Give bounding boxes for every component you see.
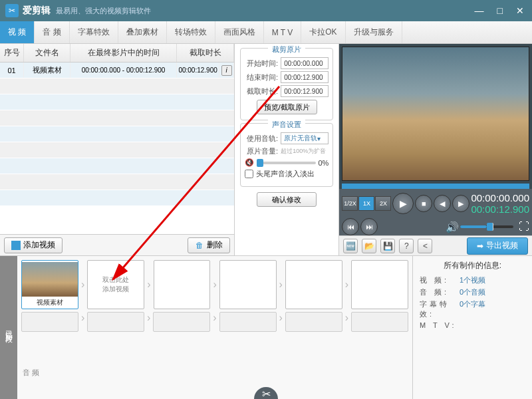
timeline-area: 已添加片段 视频素材 › 双击此处 添加视频 › › › › › › (0, 255, 532, 399)
stop-button[interactable]: ■ (415, 195, 432, 212)
tab-overlay[interactable]: 叠加素材 (118, 21, 167, 43)
info-header: 所有制作的信息: (420, 260, 525, 271)
duration-display: 00:00:12.900 (281, 85, 329, 97)
volume-down-icon: 🔇 (245, 158, 254, 167)
chevron-right-icon: › (279, 312, 283, 332)
tab-subtitle[interactable]: 字幕特效 (70, 21, 118, 43)
chevron-right-icon: › (213, 279, 216, 291)
table-row (0, 110, 234, 126)
save-icon[interactable]: 💾 (380, 239, 395, 253)
video-preview[interactable] (342, 47, 529, 181)
clip-list-panel: 序号 文件名 在最终影片中的时间 截取时长 01 视频素材 00:00:00.0… (0, 44, 235, 255)
project-info-panel: 所有制作的信息: 视 频:1个视频 音 频:0个音频 字幕特效:0个字幕 M T… (412, 256, 532, 399)
timeline-empty-slot[interactable] (285, 260, 342, 309)
col-index: 序号 (0, 44, 24, 62)
tab-audio[interactable]: 音 频 (35, 21, 69, 43)
col-timerange: 在最终影片中的时间 (70, 44, 177, 62)
info-icon[interactable]: i (221, 65, 232, 76)
maximize-button[interactable]: □ (495, 5, 505, 16)
tab-transition[interactable]: 转场特效 (167, 21, 215, 43)
chevron-right-icon: › (213, 312, 216, 332)
tab-style[interactable]: 画面风格 (215, 21, 264, 43)
app-title: 爱剪辑 (23, 5, 51, 17)
play-controls: 1/2X 1X 2X ▶ ■ ◀ ▶ 00:00:00.000 00:00:12… (339, 189, 532, 218)
timeline-side-label: 已添加片段 (0, 256, 17, 399)
help-icon[interactable]: ? (399, 239, 414, 253)
preview-panel: 1/2X 1X 2X ▶ ■ ◀ ▶ 00:00:00.000 00:00:12… (339, 44, 532, 255)
table-row[interactable]: 01 视频素材 00:00:00.000 - 00:00:12.900 00:0… (0, 63, 234, 78)
skip-back-button[interactable]: ⏮ (342, 218, 359, 235)
main-tabs: 视 频 音 频 字幕特效 叠加素材 转场特效 画面风格 M T V 卡拉OK 升… (0, 21, 532, 44)
skip-fwd-button[interactable]: ⏭ (360, 218, 378, 235)
trim-fieldset: 裁剪原片 开始时间:00:00:00.000 结束时间:00:00:12.900… (240, 48, 333, 120)
audio-slot[interactable] (219, 312, 277, 332)
chevron-right-icon: › (345, 312, 348, 332)
share-icon[interactable]: < (418, 239, 432, 253)
audio-slot[interactable] (351, 312, 408, 332)
film-icon (11, 241, 21, 250)
new-icon[interactable]: 🆕 (343, 239, 358, 253)
chevron-right-icon: › (345, 279, 348, 291)
chevron-right-icon: › (147, 312, 150, 332)
speed-2x-button[interactable]: 2X (375, 196, 391, 211)
clip-table-header: 序号 文件名 在最终影片中的时间 截取时长 (0, 44, 234, 63)
prev-frame-button[interactable]: ◀ (434, 195, 451, 212)
col-filename: 文件名 (24, 44, 70, 62)
table-row (0, 94, 234, 110)
confirm-button[interactable]: 确认修改 (257, 192, 317, 207)
app-subtitle: 最易用、强大的视频剪辑软件 (56, 6, 151, 16)
speed-half-button[interactable]: 1/2X (342, 196, 358, 211)
table-row (0, 78, 234, 94)
open-icon[interactable]: 📂 (362, 239, 376, 253)
add-video-button[interactable]: 添加视频 (4, 237, 63, 253)
timeline-empty-slot[interactable] (154, 260, 211, 309)
timeline-empty-slot[interactable] (219, 260, 277, 309)
chevron-right-icon: › (147, 279, 150, 291)
play-button[interactable]: ▶ (392, 193, 414, 214)
start-time-input[interactable]: 00:00:00.000 (281, 57, 329, 69)
chevron-right-icon: › (81, 279, 84, 291)
settings-panel: 裁剪原片 开始时间:00:00:00.000 结束时间:00:00:12.900… (235, 44, 339, 255)
table-row (0, 126, 234, 142)
tab-video[interactable]: 视 频 (0, 21, 35, 43)
end-time-input[interactable]: 00:00:12.900 (281, 71, 329, 83)
volume-slider[interactable] (257, 162, 315, 164)
trash-icon: 🗑 (195, 241, 204, 250)
chevron-right-icon: › (81, 312, 84, 332)
table-row (0, 142, 234, 158)
export-video-button[interactable]: ➡导出视频 (467, 237, 528, 255)
audio-slot[interactable] (87, 312, 144, 332)
audio-track-select[interactable]: 原片无音轨 ▾ (281, 132, 329, 144)
app-logo-icon: ✂ (5, 4, 19, 17)
tab-mtv[interactable]: M T V (264, 21, 302, 43)
timeline-add-slot[interactable]: 双击此处 添加视频 (87, 260, 144, 309)
minimize-button[interactable]: — (472, 5, 487, 16)
audio-slot[interactable] (21, 312, 78, 332)
audio-row-label: 音 频 (23, 368, 39, 378)
seek-bar[interactable] (342, 184, 529, 189)
table-row (0, 158, 234, 174)
col-duration: 截取时长 (177, 44, 234, 62)
timecode-total: 00:00:12.900 (471, 203, 529, 215)
audio-slot[interactable] (153, 312, 210, 332)
audio-fieldset: 声音设置 使用音轨:原片无音轨 ▾ 原片音量:超过100%为扩音 🔇0% 头尾声… (240, 123, 333, 187)
fade-checkbox[interactable] (245, 170, 253, 178)
export-toolbar: 🆕 📂 💾 ? < ➡导出视频 (339, 235, 532, 255)
preview-trim-button[interactable]: 预览/截取原片 (257, 100, 317, 114)
delete-button[interactable]: 🗑删除 (188, 237, 230, 253)
audio-slot[interactable] (285, 312, 342, 332)
titlebar: ✂ 爱剪辑 最易用、强大的视频剪辑软件 — □ ✕ (0, 0, 532, 21)
chevron-right-icon: › (279, 279, 283, 291)
player-volume-slider[interactable] (460, 225, 513, 228)
speaker-icon: 🔊 (446, 221, 459, 233)
next-frame-button[interactable]: ▶ (452, 195, 469, 212)
export-icon: ➡ (477, 241, 483, 251)
timeline-empty-slot[interactable] (351, 260, 408, 309)
tab-upgrade[interactable]: 升级与服务 (346, 21, 402, 43)
tab-karaoke[interactable]: 卡拉OK (301, 21, 345, 43)
table-row (0, 190, 234, 206)
fullscreen-icon[interactable]: ⛶ (519, 221, 529, 233)
speed-1x-button[interactable]: 1X (358, 196, 374, 211)
close-button[interactable]: ✕ (513, 5, 527, 16)
timeline-clip[interactable]: 视频素材 (21, 260, 78, 309)
